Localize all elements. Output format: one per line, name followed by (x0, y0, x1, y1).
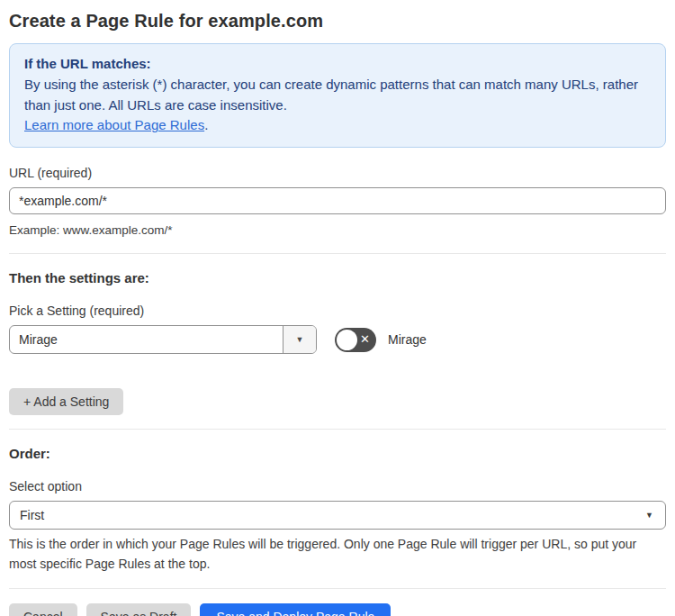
setting-row: Mirage ▼ ✕ Mirage (9, 325, 666, 354)
order-select-label: Select option (9, 479, 666, 494)
add-setting-button[interactable]: + Add a Setting (9, 388, 123, 415)
order-helper-text: This is the order in which your Page Rul… (9, 535, 657, 574)
footer-actions: Cancel Save as Draft Save and Deploy Pag… (9, 603, 666, 616)
divider (9, 588, 666, 589)
chevron-down-icon: ▼ (296, 335, 304, 344)
setting-select-value: Mirage (10, 326, 283, 353)
save-as-draft-button[interactable]: Save as Draft (86, 603, 192, 616)
url-example-helper: Example: www.example.com/* (9, 222, 666, 240)
order-section-heading: Order: (9, 446, 666, 461)
setting-select-arrow-button[interactable]: ▼ (283, 326, 316, 353)
link-period: . (204, 117, 208, 132)
info-box-heading: If the URL matches: (24, 54, 651, 75)
settings-section-heading: Then the settings are: (9, 270, 666, 285)
learn-more-link[interactable]: Learn more about Page Rules (24, 117, 204, 132)
cancel-button[interactable]: Cancel (9, 603, 77, 616)
url-match-info-box: If the URL matches: By using the asteris… (9, 43, 666, 148)
mirage-toggle[interactable]: ✕ (335, 328, 376, 352)
setting-select[interactable]: Mirage ▼ (9, 325, 317, 354)
page-title: Create a Page Rule for example.com (9, 11, 666, 32)
toggle-off-x-icon: ✕ (360, 334, 370, 346)
info-box-body: By using the asterisk (*) character, you… (24, 75, 651, 116)
info-box-link-line: Learn more about Page Rules. (24, 115, 651, 136)
url-field-label: URL (required) (9, 166, 666, 180)
toggle-label: Mirage (388, 332, 427, 347)
order-select[interactable]: First ▼ (9, 501, 666, 530)
toggle-knob (337, 330, 357, 350)
divider (9, 429, 666, 430)
url-input[interactable] (9, 187, 666, 214)
save-and-deploy-button[interactable]: Save and Deploy Page Rule (200, 603, 391, 616)
order-select-value: First (20, 508, 44, 522)
page-rule-form: Create a Page Rule for example.com If th… (0, 0, 675, 616)
setting-picker-label: Pick a Setting (required) (9, 303, 666, 318)
divider (9, 253, 666, 254)
chevron-down-icon: ▼ (645, 511, 653, 520)
